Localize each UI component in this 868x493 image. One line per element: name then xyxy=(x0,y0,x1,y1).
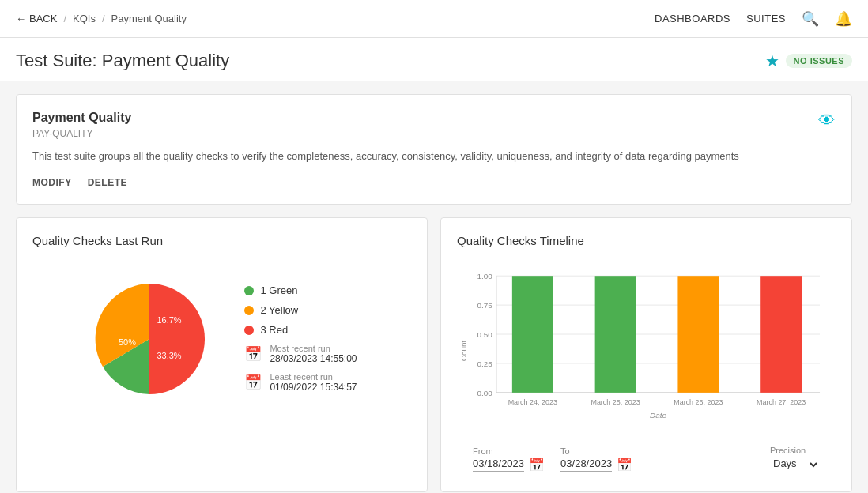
nav-left: ← BACK / KQIs / Payment Quality xyxy=(16,13,187,24)
bar-label-march25: March 25, 2023 xyxy=(591,397,640,405)
from-calendar-icon[interactable]: 📅 xyxy=(529,457,545,472)
least-recent-run-text: Least recent run 01/09/2022 15:34:57 xyxy=(270,372,357,393)
top-nav: ← BACK / KQIs / Payment Quality DASHBOAR… xyxy=(0,0,868,38)
to-label: To xyxy=(560,446,632,456)
least-recent-run-date: 01/09/2022 15:34:57 xyxy=(270,382,357,393)
to-date-value: 03/28/2023 xyxy=(560,457,612,472)
back-label[interactable]: BACK xyxy=(29,13,57,24)
calendar-icon-recent: 📅 xyxy=(244,345,262,363)
least-recent-run: 📅 Least recent run 01/09/2022 15:34:57 xyxy=(244,372,357,393)
bar-label-march26: March 26, 2023 xyxy=(674,397,723,405)
back-arrow-icon: ← xyxy=(16,13,26,24)
precision-label: Precision xyxy=(770,446,820,455)
breadcrumb-sep: / xyxy=(63,13,66,24)
page-header: Test Suite: Payment Quality ★ NO ISSUES xyxy=(0,38,868,81)
from-date-row: 03/18/2023 📅 xyxy=(473,457,545,472)
precision-field: Precision Days Weeks Months xyxy=(770,446,820,472)
y-label-050: 0.50 xyxy=(477,330,493,339)
quality-timeline-card: Quality Checks Timeline Count 1.00 0.75 … xyxy=(440,217,852,492)
most-recent-run-date: 28/03/2023 14:55:00 xyxy=(270,353,357,364)
suite-actions: MODIFY DELETE xyxy=(32,177,836,188)
bar-march27 xyxy=(760,276,802,393)
pie-label-green: 16.7% xyxy=(157,315,182,325)
y-label-000: 0.00 xyxy=(477,388,493,397)
bar-label-march27: March 27, 2023 xyxy=(757,397,806,405)
y-label-100: 1.00 xyxy=(477,272,493,280)
bar-march26 xyxy=(677,276,719,393)
run-info: 📅 Most recent run 28/03/2023 14:55:00 📅 … xyxy=(244,344,357,393)
bar-chart-wrapper: Count 1.00 0.75 0.50 0.25 0.00 xyxy=(457,260,836,436)
legend-green: 1 Green xyxy=(244,284,357,296)
quality-timeline-title: Quality Checks Timeline xyxy=(457,234,836,247)
back-button[interactable]: ← BACK xyxy=(16,13,57,24)
yellow-dot xyxy=(244,306,254,315)
legend-yellow: 2 Yellow xyxy=(244,304,357,316)
legend-area: 1 Green 2 Yellow 3 Red xyxy=(244,284,357,336)
suite-description: This test suite groups all the quality c… xyxy=(32,149,836,164)
nav-right: DASHBOARDS SUITES 🔍 🔔 xyxy=(655,10,852,28)
most-recent-run: 📅 Most recent run 28/03/2023 14:55:00 xyxy=(244,344,357,364)
pie-chart-svg: 16.7% 33.3% 50% xyxy=(86,276,213,402)
pie-chart: 16.7% 33.3% 50% xyxy=(86,276,213,402)
notification-icon[interactable]: 🔔 xyxy=(835,10,852,28)
quality-last-run-card: Quality Checks Last Run xyxy=(16,217,428,492)
calendar-icon-least: 📅 xyxy=(244,374,262,391)
favorite-icon[interactable]: ★ xyxy=(765,51,779,70)
date-controls: From 03/18/2023 📅 To 03/28/2023 📅 Precis… xyxy=(457,436,836,476)
from-date-value: 03/18/2023 xyxy=(473,457,524,472)
legend-red-label: 3 Red xyxy=(260,324,288,336)
breadcrumb-page: Payment Quality xyxy=(111,13,187,24)
pie-red xyxy=(149,284,205,394)
page-header-right: ★ NO ISSUES xyxy=(765,51,852,70)
bar-label-march24: March 24, 2023 xyxy=(508,397,557,405)
suites-link[interactable]: SUITES xyxy=(746,13,786,24)
pie-area: 16.7% 33.3% 50% 1 Green 2 Yel xyxy=(32,260,411,418)
precision-select[interactable]: Days Weeks Months xyxy=(770,457,820,472)
suite-name: Payment Quality xyxy=(32,111,836,125)
delete-button[interactable]: DELETE xyxy=(88,177,127,188)
suite-info-card: 👁 Payment Quality PAY-QUALITY This test … xyxy=(16,94,852,205)
pie-label-yellow: 33.3% xyxy=(157,351,182,360)
y-axis-title: Count xyxy=(459,340,468,361)
breadcrumb-kqis[interactable]: KQIs xyxy=(73,13,96,24)
quality-last-run-title: Quality Checks Last Run xyxy=(32,234,411,247)
legend-red: 3 Red xyxy=(244,324,357,336)
legend-green-label: 1 Green xyxy=(260,284,297,296)
breadcrumb-sep2: / xyxy=(102,13,105,24)
y-label-075: 0.75 xyxy=(477,301,493,310)
page-title: Test Suite: Payment Quality xyxy=(16,51,229,71)
no-issues-badge: NO ISSUES xyxy=(786,54,852,68)
most-recent-run-text: Most recent run 28/03/2023 14:55:00 xyxy=(270,344,357,364)
dashboards-link[interactable]: DASHBOARDS xyxy=(655,13,730,24)
green-dot xyxy=(244,286,254,295)
most-recent-run-label: Most recent run xyxy=(270,344,357,353)
to-calendar-icon[interactable]: 📅 xyxy=(617,457,632,472)
suite-code: PAY-QUALITY xyxy=(32,128,836,139)
to-date-field: To 03/28/2023 📅 xyxy=(560,446,632,472)
bar-march25 xyxy=(595,276,636,393)
least-recent-run-label: Least recent run xyxy=(270,372,357,382)
modify-button[interactable]: MODIFY xyxy=(32,177,72,188)
red-dot xyxy=(244,326,254,335)
x-axis-title: Date xyxy=(650,410,667,419)
bar-chart-svg: Count 1.00 0.75 0.50 0.25 0.00 xyxy=(457,260,836,434)
from-date-field: From 03/18/2023 📅 xyxy=(473,446,545,472)
charts-row: Quality Checks Last Run xyxy=(16,217,852,494)
y-label-025: 0.25 xyxy=(477,359,493,367)
legend-yellow-label: 2 Yellow xyxy=(260,304,298,316)
content: 👁 Payment Quality PAY-QUALITY This test … xyxy=(0,81,868,493)
legend-run-area: 1 Green 2 Yellow 3 Red 📅 xyxy=(244,284,357,393)
bar-march24 xyxy=(512,276,553,393)
pie-label-red: 50% xyxy=(119,337,136,347)
to-date-row: 03/28/2023 📅 xyxy=(560,457,632,472)
eye-icon[interactable]: 👁 xyxy=(818,111,836,131)
from-label: From xyxy=(473,446,545,456)
search-icon[interactable]: 🔍 xyxy=(802,10,819,28)
